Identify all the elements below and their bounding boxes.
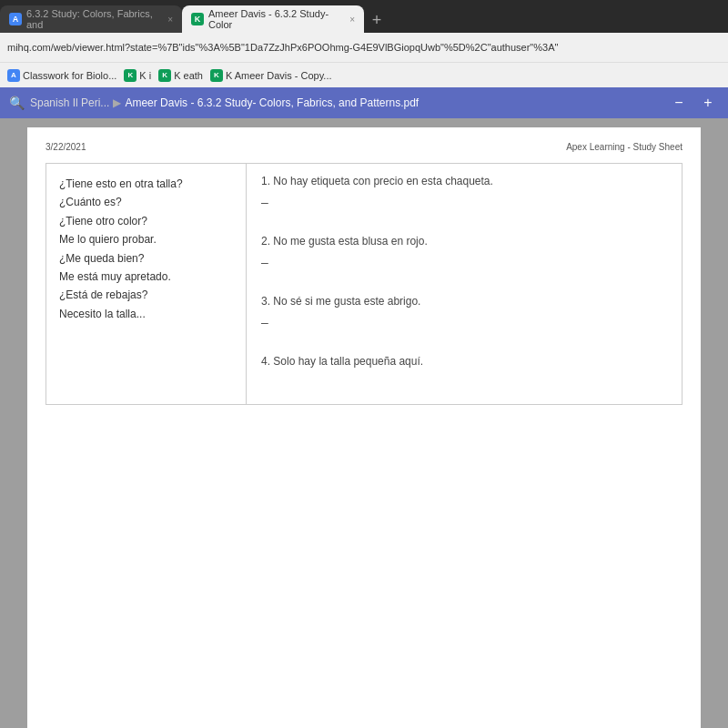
breadcrumb-file: Ameer Davis - 6.3.2 Study- Colors, Fabri… <box>125 96 419 109</box>
pdf-header: 3/22/2021 Apex Learning - Study Sheet <box>46 142 682 152</box>
bookmarks-bar: A Classwork for Biolo... K K i K K eath … <box>0 62 728 87</box>
tab1-label: 6.3.2 Study: Colors, Fabrics, and <box>26 8 163 30</box>
left-column: ¿Tiene esto en otra talla? ¿Cuánto es? ¿… <box>46 164 247 404</box>
add-tab-button[interactable]: + <box>364 7 389 33</box>
pdf-header-center: Apex Learning - Study Sheet <box>566 142 682 152</box>
tab2-close[interactable]: × <box>349 15 355 25</box>
breadcrumb: Spanish Il Peri... ▶ Ameer Davis - 6.3.2… <box>30 96 662 109</box>
bookmark-4[interactable]: K K Ameer Davis - Copy... <box>210 69 332 82</box>
content-area: 3/22/2021 Apex Learning - Study Sheet ¿T… <box>0 118 728 728</box>
answer-dash-2: – <box>261 255 667 269</box>
question-3-body: No sé si me gusta este abrigo. <box>273 295 420 308</box>
zoom-out-button[interactable]: − <box>668 95 690 111</box>
question-1-text: 1. No hay etiqueta con precio en esta ch… <box>261 175 667 187</box>
bookmark4-label: K Ameer Davis - Copy... <box>226 70 332 81</box>
question-3: 3. No sé si me gusta este abrigo. – <box>261 295 667 329</box>
answer-dash-3: – <box>261 315 667 329</box>
bookmark-3[interactable]: K K eath <box>158 69 203 82</box>
question-2: 2. No me gusta esta blusa en rojo. – <box>261 235 667 269</box>
search-icon[interactable]: 🔍 <box>9 96 25 110</box>
tab1-icon: A <box>9 13 22 25</box>
breadcrumb-root[interactable]: Spanish Il Peri... <box>30 96 109 109</box>
bookmark2-icon: K <box>124 69 136 82</box>
question-3-text: 3. No sé si me gusta este abrigo. <box>261 295 667 308</box>
tab1-close[interactable]: × <box>167 15 173 25</box>
viewer-toolbar: 🔍 Spanish Il Peri... ▶ Ameer Davis - 6.3… <box>0 87 728 118</box>
bookmark2-label: K i <box>139 70 151 81</box>
toolbar-controls: − + <box>668 95 719 111</box>
pdf-body: ¿Tiene esto en otra talla? ¿Cuánto es? ¿… <box>46 163 682 405</box>
bookmark-1[interactable]: A Classwork for Biolo... <box>7 69 116 82</box>
question-4: 4. Solo hay la talla pequeña aquí. <box>261 355 667 368</box>
question-2-body: No me gusta esta blusa en rojo. <box>273 235 427 248</box>
breadcrumb-separator: ▶ <box>113 96 121 109</box>
url-bar[interactable]: mihq.com/web/viewer.html?state=%7B"ids"%… <box>0 33 728 62</box>
bookmark1-icon: A <box>7 69 20 82</box>
question-3-number: 3. <box>261 295 273 308</box>
question-1: 1. No hay etiqueta con precio en esta ch… <box>261 175 667 209</box>
tab-bar: A 6.3.2 Study: Colors, Fabrics, and × K … <box>0 0 728 33</box>
question-4-body: Solo hay la talla pequeña aquí. <box>273 355 423 368</box>
pdf-date: 3/22/2021 <box>46 142 86 152</box>
question-4-number: 4. <box>261 355 273 368</box>
question-1-body: No hay etiqueta con precio en esta chaqu… <box>273 175 493 187</box>
url-text: mihq.com/web/viewer.html?state=%7B"ids"%… <box>7 42 558 53</box>
tab-1[interactable]: A 6.3.2 Study: Colors, Fabrics, and × <box>0 5 182 33</box>
question-2-number: 2. <box>261 235 273 248</box>
bookmark3-label: K eath <box>174 70 203 81</box>
bookmark1-label: Classwork for Biolo... <box>23 70 116 81</box>
question-1-number: 1. <box>261 175 273 187</box>
zoom-in-button[interactable]: + <box>697 95 719 111</box>
bookmark3-icon: K <box>158 69 171 82</box>
tab-2[interactable]: K Ameer Davis - 6.3.2 Study- Color × <box>182 5 364 33</box>
pdf-page: 3/22/2021 Apex Learning - Study Sheet ¿T… <box>27 127 701 728</box>
question-4-text: 4. Solo hay la talla pequeña aquí. <box>261 355 667 368</box>
answer-dash-1: – <box>261 195 667 209</box>
tab2-label: Ameer Davis - 6.3.2 Study- Color <box>208 8 345 30</box>
tab2-icon: K <box>191 13 204 25</box>
bookmark-2[interactable]: K K i <box>124 69 151 82</box>
question-2-text: 2. No me gusta esta blusa en rojo. <box>261 235 667 248</box>
left-phrases: ¿Tiene esto en otra talla? ¿Cuánto es? ¿… <box>59 175 233 323</box>
bookmark4-icon: K <box>210 69 223 82</box>
right-column: 1. No hay etiqueta con precio en esta ch… <box>247 164 682 404</box>
